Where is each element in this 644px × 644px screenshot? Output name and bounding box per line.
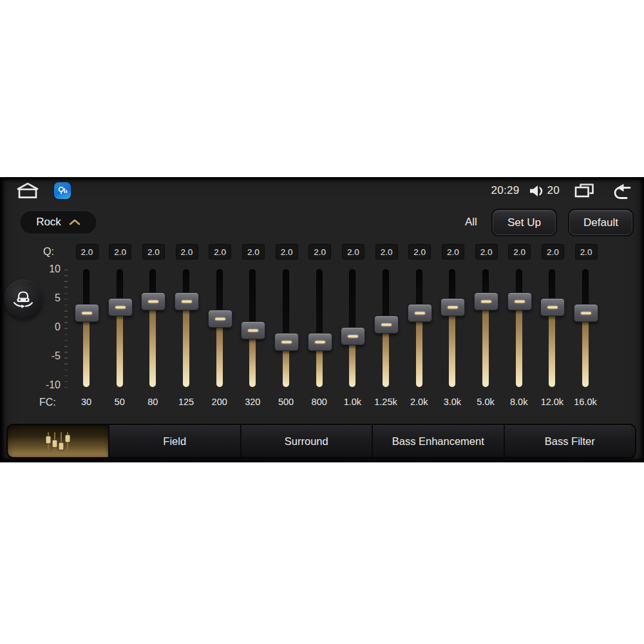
eq-slider-50[interactable] (108, 267, 131, 391)
gain-scale-label: -5 (36, 350, 61, 363)
q-value-3.0k[interactable]: 2.0 (442, 244, 464, 260)
eq-slider-3.0k[interactable] (440, 267, 464, 391)
slider-thumb-125[interactable] (175, 292, 199, 310)
home-icon[interactable] (15, 182, 40, 199)
back-icon[interactable] (611, 182, 632, 199)
preset-selector[interactable]: Rock (19, 210, 97, 234)
fc-value-8.0k: 8.0k (502, 397, 536, 407)
q-value-125[interactable]: 2.0 (176, 244, 198, 260)
q-value-30[interactable]: 2.0 (76, 244, 99, 260)
q-value-500[interactable]: 2.0 (276, 244, 298, 260)
recents-icon[interactable] (574, 183, 594, 198)
slider-track-lower (449, 307, 455, 387)
volume-level: 20 (547, 184, 560, 197)
fc-value-50: 50 (103, 397, 137, 407)
status-bar-right: 20:29 20 (491, 181, 632, 200)
slider-thumb-5.0k[interactable] (474, 292, 498, 310)
fc-value-1.25k: 1.25k (369, 397, 402, 407)
q-value-8.0k[interactable]: 2.0 (508, 244, 531, 260)
slider-thumb-3.0k[interactable] (440, 298, 465, 316)
slider-thumb-500[interactable] (274, 333, 299, 351)
slider-track-upper (283, 269, 289, 341)
fc-value-80: 80 (136, 397, 169, 407)
q-value-1.0k[interactable]: 2.0 (342, 244, 365, 260)
slider-track-lower (416, 312, 422, 387)
eq-slider-5.0k[interactable] (474, 267, 497, 391)
eq-slider-30[interactable] (75, 267, 98, 391)
slider-thumb-50[interactable] (108, 298, 133, 316)
slider-track-lower (117, 307, 123, 387)
gain-scale-label: 0 (36, 321, 61, 334)
slider-thumb-80[interactable] (141, 292, 166, 310)
eq-slider-80[interactable] (141, 267, 164, 391)
slider-thumb-2.0k[interactable] (408, 304, 432, 322)
gain-scale-label: -10 (36, 379, 61, 392)
q-value-800[interactable]: 2.0 (308, 244, 331, 260)
tab-surround[interactable]: Surround (240, 425, 372, 457)
q-value-200[interactable]: 2.0 (209, 244, 231, 260)
default-button[interactable]: Default (569, 210, 632, 235)
setup-button[interactable]: Set Up (493, 210, 556, 235)
slider-thumb-1.25k[interactable] (374, 316, 399, 334)
clock: 20:29 (491, 184, 519, 197)
slider-thumb-16.0k[interactable] (574, 304, 598, 322)
fc-value-1.0k: 1.0k (336, 397, 369, 407)
equalizer-icon (44, 430, 71, 452)
q-value-16.0k[interactable]: 2.0 (575, 244, 598, 260)
car-sound-icon (12, 288, 35, 310)
eq-slider-125[interactable] (175, 267, 198, 391)
tab-bass-filter-label: Bass Filter (545, 435, 595, 448)
eq-slider-200[interactable] (208, 267, 231, 391)
gain-scale-ticks (64, 269, 68, 388)
eq-slider-500[interactable] (274, 267, 298, 391)
q-value-320[interactable]: 2.0 (242, 244, 265, 260)
q-value-50[interactable]: 2.0 (109, 244, 131, 260)
fc-value-200: 200 (203, 397, 236, 407)
eq-slider-12.0k[interactable] (540, 267, 564, 391)
head-unit-screen: 20:29 20 Rock (0, 177, 644, 462)
slider-thumb-30[interactable] (75, 304, 99, 322)
speaker-icon (529, 184, 544, 198)
q-row-label: Q: (43, 246, 54, 258)
all-label[interactable]: All (465, 216, 477, 229)
car-sound-settings-button[interactable] (4, 279, 43, 318)
slider-track-lower (83, 312, 90, 387)
fc-value-320: 320 (236, 397, 269, 407)
tab-bass-enhancement[interactable]: Bass Enhancement (372, 425, 504, 457)
slider-track-lower (216, 318, 223, 387)
tab-field[interactable]: Field (108, 425, 240, 457)
slider-thumb-8.0k[interactable] (507, 292, 532, 310)
slider-thumb-200[interactable] (208, 310, 232, 328)
eq-slider-320[interactable] (241, 267, 264, 391)
eq-slider-2.0k[interactable] (408, 267, 431, 391)
slider-track-upper (316, 269, 323, 341)
eq-slider-1.0k[interactable] (341, 267, 364, 391)
q-value-80[interactable]: 2.0 (142, 244, 165, 260)
eq-slider-800[interactable] (308, 267, 331, 391)
eq-slider-8.0k[interactable] (507, 267, 531, 391)
q-value-5.0k[interactable]: 2.0 (475, 244, 498, 260)
volume-indicator: 20 (529, 184, 560, 198)
tab-equalizer[interactable] (8, 425, 108, 457)
fc-value-3.0k: 3.0k (435, 397, 469, 407)
slider-thumb-12.0k[interactable] (540, 298, 565, 316)
slider-thumb-320[interactable] (241, 321, 265, 339)
q-value-12.0k[interactable]: 2.0 (542, 244, 564, 260)
slider-track-lower (149, 301, 156, 387)
slider-track-lower (482, 301, 489, 387)
fc-value-16.0k: 16.0k (569, 397, 602, 407)
tab-bass-enhancement-label: Bass Enhancement (392, 435, 484, 448)
mode-tab-bar: FieldSurroundBass EnhancementBass Filter (6, 424, 636, 459)
fc-value-125: 125 (169, 397, 203, 407)
eq-slider-1.25k[interactable] (374, 267, 397, 391)
slider-thumb-1.0k[interactable] (341, 327, 365, 345)
preset-label: Rock (36, 216, 61, 229)
slider-track-lower (183, 301, 189, 387)
q-value-1.25k[interactable]: 2.0 (375, 244, 398, 260)
eq-slider-16.0k[interactable] (574, 267, 597, 391)
eq-app-icon[interactable] (54, 182, 71, 199)
tab-bass-filter[interactable]: Bass Filter (504, 425, 636, 457)
slider-thumb-800[interactable] (308, 333, 332, 351)
fc-value-5.0k: 5.0k (469, 397, 502, 407)
q-value-2.0k[interactable]: 2.0 (408, 244, 431, 260)
